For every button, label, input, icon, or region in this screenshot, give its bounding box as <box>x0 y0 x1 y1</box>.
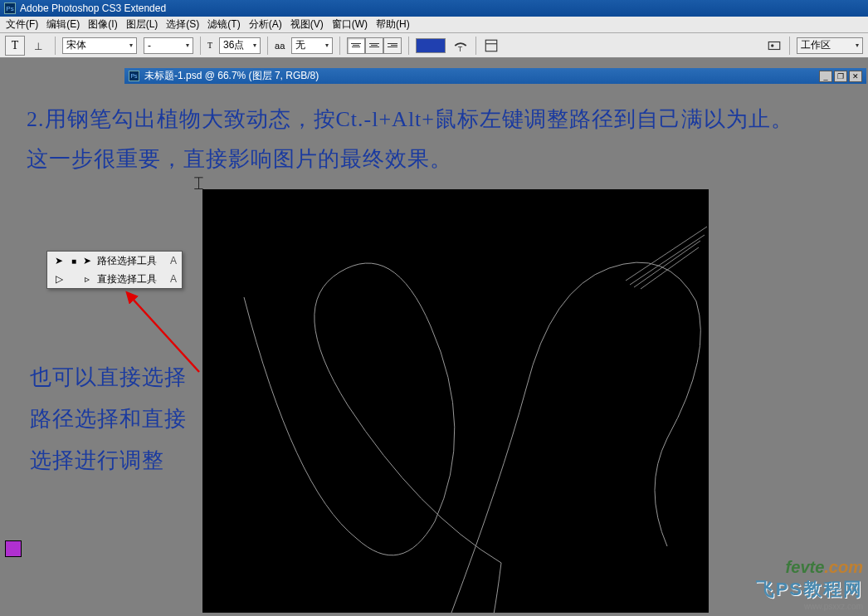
warp-text-icon[interactable]: T <box>452 37 469 54</box>
tutorial-side-text: 也可以直接选择路径选择和直接选择进行调整 <box>30 357 196 482</box>
flyout-label: 直接选择工具 <box>97 272 157 286</box>
menu-image[interactable]: 图像(I) <box>85 16 120 33</box>
separator <box>408 37 409 55</box>
separator <box>789 37 790 55</box>
text-orientation-icon[interactable]: ⊥ <box>32 37 48 54</box>
font-size-value: 36点 <box>223 38 244 52</box>
flyout-label: 路径选择工具 <box>97 254 157 268</box>
flyout-shortcut: A <box>162 255 177 266</box>
canvas-background: Ps 未标题-1.psd @ 66.7% (图层 7, RGB/8) _ ❐ ✕… <box>0 58 868 616</box>
separator <box>55 37 56 55</box>
menu-file[interactable]: 文件(F) <box>2 16 41 33</box>
active-tool-dot-icon: ■ <box>71 257 77 266</box>
svg-text:⊥: ⊥ <box>34 40 42 51</box>
antialias-value: 无 <box>295 38 305 52</box>
chevron-down-icon: ▾ <box>325 42 329 49</box>
bridge-icon[interactable] <box>766 37 783 54</box>
font-size-input[interactable]: 36点 ▾ <box>219 37 261 54</box>
ps-app-icon: Ps <box>4 2 16 14</box>
text-cursor-icon: ⌶ <box>194 174 203 192</box>
chevron-down-icon: ▾ <box>253 42 256 49</box>
svg-rect-2 <box>486 40 498 51</box>
workspace-select[interactable]: 工作区 ▾ <box>797 37 863 54</box>
svg-text:T: T <box>458 44 463 52</box>
menu-select[interactable]: 选择(S) <box>163 16 202 33</box>
tutorial-step-text: 2.用钢笔勾出植物大致动态，按Ct.-l+Alt+鼠标左键调整路径到自己满以为止… <box>27 100 815 179</box>
font-style-value: - <box>148 40 151 51</box>
foreground-color[interactable] <box>5 540 22 557</box>
font-style-select[interactable]: - ▾ <box>144 37 193 54</box>
chevron-down-icon: ▾ <box>129 42 133 49</box>
separator <box>267 37 268 55</box>
menu-help[interactable]: 帮助(H) <box>373 16 413 33</box>
text-color-swatch[interactable] <box>416 38 446 53</box>
tool-flyout-menu: ➤ ■ ➤ 路径选择工具 A ▷ ▹ 直接选择工具 A <box>46 251 183 289</box>
workspace-label: 工作区 <box>801 38 831 52</box>
menu-layer[interactable]: 图层(L) <box>123 16 162 33</box>
flyout-path-selection[interactable]: ➤ ■ ➤ 路径选择工具 A <box>47 252 182 270</box>
close-button[interactable]: ✕ <box>849 71 862 82</box>
antialias-select[interactable]: 无 ▾ <box>291 37 333 54</box>
svg-rect-4 <box>768 42 780 49</box>
antialias-label-icon: aa <box>275 41 285 51</box>
menu-window[interactable]: 窗口(W) <box>329 16 371 33</box>
separator <box>339 37 340 55</box>
document-titlebar[interactable]: Ps 未标题-1.psd @ 66.7% (图层 7, RGB/8) _ ❐ ✕ <box>124 68 866 84</box>
text-align-group <box>347 37 402 54</box>
direct-select-arrow-icon: ▷ <box>52 273 66 285</box>
menu-view[interactable]: 视图(V) <box>287 16 327 33</box>
options-bar: T ⊥ 宋体 ▾ - ▾ T 36点 ▾ aa 无 ▾ T 工作区 ▾ <box>0 33 868 58</box>
menubar: 文件(F) 编辑(E) 图像(I) 图层(L) 选择(S) 滤镜(T) 分析(A… <box>0 17 868 33</box>
flyout-direct-selection[interactable]: ▷ ▹ 直接选择工具 A <box>47 270 182 288</box>
font-size-icon: T <box>207 41 212 50</box>
chevron-down-icon: ▾ <box>186 42 189 49</box>
character-panel-icon[interactable] <box>483 37 500 54</box>
restore-button[interactable]: ❐ <box>834 71 847 82</box>
menu-analysis[interactable]: 分析(A) <box>246 16 285 33</box>
svg-point-5 <box>771 44 773 46</box>
align-center-button[interactable] <box>365 37 383 54</box>
work-area: Ps T ⇄ <box>0 58 868 616</box>
app-titlebar: Ps Adobe Photoshop CS3 Extended <box>0 0 868 17</box>
document-title: 未标题-1.psd @ 66.7% (图层 7, RGB/8) <box>144 69 319 83</box>
flyout-shortcut: A <box>162 273 177 285</box>
align-left-button[interactable] <box>347 37 365 54</box>
font-family-value: 宋体 <box>66 38 86 52</box>
chevron-down-icon: ▾ <box>856 42 859 49</box>
menu-edit[interactable]: 编辑(E) <box>43 16 83 33</box>
menu-filter[interactable]: 滤镜(T) <box>204 16 243 33</box>
path-select-arrow-icon: ➤ <box>52 255 66 266</box>
active-tool-indicator[interactable]: T <box>5 36 25 56</box>
font-family-select[interactable]: 宋体 ▾ <box>62 37 137 54</box>
align-right-button[interactable] <box>383 37 402 54</box>
separator <box>200 37 201 55</box>
app-title: Adobe Photoshop CS3 Extended <box>20 2 166 14</box>
separator <box>475 37 476 55</box>
ps-doc-icon: Ps <box>129 71 139 81</box>
minimize-button[interactable]: _ <box>819 71 832 82</box>
